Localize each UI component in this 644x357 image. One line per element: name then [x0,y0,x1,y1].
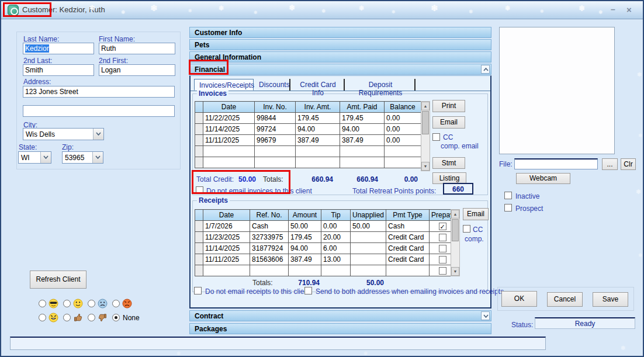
column-header[interactable]: Inv. No. [255,102,296,113]
table-cell[interactable]: 11/14/2025 [203,124,255,135]
table-cell[interactable] [203,265,250,276]
mood-radio-cool[interactable] [39,300,46,307]
prepay-checkbox[interactable] [439,267,446,275]
table-cell[interactable] [351,254,386,265]
table-cell[interactable] [321,265,351,276]
mood-radio-none[interactable] [112,314,120,321]
mood-radio-sad[interactable] [88,300,95,307]
file-field[interactable] [514,158,598,169]
table-row[interactable] [195,157,421,168]
table-row[interactable] [195,265,456,276]
column-header[interactable]: Unapplied [351,210,386,221]
close-button[interactable]: × [626,5,632,15]
table-cell[interactable]: 0.00 [385,113,421,124]
table-cell[interactable]: Credit Card [386,232,430,243]
scroll-up-icon[interactable]: ▲ [421,102,430,110]
table-cell[interactable]: 99844 [255,113,296,124]
first-name-field[interactable] [99,43,175,54]
table-row[interactable]: 11/14/20253187792494.006.00Credit Card [195,243,456,254]
clear-button[interactable]: Clr [621,158,636,170]
table-cell[interactable] [385,157,421,168]
listing-button[interactable]: Listing [432,172,466,184]
chevron-down-icon[interactable] [92,152,103,163]
table-cell[interactable] [203,157,255,168]
table-cell[interactable]: 11/23/2025 [203,232,250,243]
prepay-checkbox[interactable] [439,256,446,264]
table-row[interactable]: 11/22/202599844179.45179.450.00 [195,113,421,124]
no-email-invoices-checkbox[interactable] [196,186,203,194]
table-cell[interactable]: Credit Card [386,254,430,265]
table-cell[interactable]: 50.00 [289,221,321,232]
ok-button[interactable]: OK [501,291,537,307]
cancel-button[interactable]: Cancel [547,292,583,307]
email-receipts-button[interactable]: Email [463,208,489,220]
column-header[interactable]: Inv. Amt. [296,102,340,113]
table-cell[interactable]: 94.00 [289,243,321,254]
refresh-client-button[interactable]: Refresh Client [30,271,86,289]
table-cell[interactable]: 6.00 [321,243,351,254]
table-cell[interactable]: 81563606 [250,254,289,265]
table-cell[interactable]: 179.45 [340,113,385,124]
prospect-checkbox[interactable] [504,204,512,212]
table-cell[interactable] [296,146,340,157]
table-cell[interactable]: 387.49 [340,135,385,146]
table-cell[interactable] [250,265,289,276]
accordion-customer-info[interactable]: Customer Info [189,27,491,38]
table-cell[interactable] [203,146,255,157]
customer-photo-box[interactable] [499,27,615,154]
chevron-down-icon[interactable] [481,311,490,320]
table-row[interactable]: 11/23/202532733975179.4520.00Credit Card [195,232,456,243]
column-header[interactable]: Date [203,210,250,221]
webcam-button[interactable]: Webcam [516,173,570,184]
scroll-thumb[interactable] [452,219,459,241]
table-row[interactable]: 11/14/20259972494.0094.000.00 [195,124,421,135]
table-cell[interactable] [255,146,296,157]
table-cell[interactable]: Cash [386,221,430,232]
city-select[interactable]: Wis Dells [23,128,104,140]
table-cell[interactable]: 387.49 [296,135,340,146]
accordion-general-information[interactable]: General Information [189,51,491,63]
table-cell[interactable]: 99679 [255,135,296,146]
mood-radio-angry[interactable] [112,300,120,307]
table-cell[interactable]: 179.45 [289,232,321,243]
table-cell[interactable] [386,265,430,276]
table-cell[interactable]: 179.45 [296,113,340,124]
zip-select[interactable]: 53965 [62,151,103,164]
browse-button[interactable]: ... [602,158,618,170]
table-cell[interactable] [289,265,321,276]
table-cell[interactable] [296,157,340,168]
table-cell[interactable]: 20.00 [321,232,351,243]
table-cell[interactable]: 0.00 [385,124,421,135]
last-name-field[interactable]: Kedzior [23,43,94,54]
cc-comp-receipts-checkbox[interactable] [463,225,470,233]
prepay-checkbox[interactable] [439,234,446,241]
chevron-up-icon[interactable] [481,65,490,74]
table-cell[interactable]: 11/11/2025 [203,135,255,146]
minimize-button[interactable]: – [611,5,615,14]
address2-field[interactable] [23,105,175,117]
table-cell[interactable] [340,157,385,168]
table-cell[interactable]: 11/22/2025 [203,113,255,124]
table-cell[interactable]: 31877924 [250,243,289,254]
accordion-financial[interactable]: Financial [189,64,491,75]
scroll-thumb[interactable] [422,111,429,134]
table-cell[interactable] [340,146,385,157]
table-cell[interactable]: Cash [250,221,289,232]
table-cell[interactable] [351,265,386,276]
table-row[interactable]: 11/11/202581563606387.4913.00Credit Card [195,254,456,265]
scroll-down-icon[interactable]: ▼ [421,162,430,171]
invoices-table[interactable]: DateInv. No.Inv. Amt.Amt. PaidBalance11/… [195,101,421,168]
table-row[interactable]: 11/11/202599679387.49387.490.00 [195,135,421,146]
table-cell[interactable]: 13.00 [321,254,351,265]
table-cell[interactable]: 50.00 [351,221,386,232]
column-header[interactable]: Pmt Type [386,210,430,221]
column-header[interactable]: Date [203,102,255,113]
table-row[interactable] [195,146,421,157]
mood-radio-mischief[interactable] [39,314,46,321]
accordion-pets[interactable]: Pets [189,39,491,50]
second-last-field[interactable] [23,64,94,76]
table-cell[interactable]: 0.00 [385,135,421,146]
table-cell[interactable]: 0.00 [321,221,351,232]
second-first-field[interactable] [99,64,175,76]
tab-discounts[interactable]: Discounts [254,79,290,91]
